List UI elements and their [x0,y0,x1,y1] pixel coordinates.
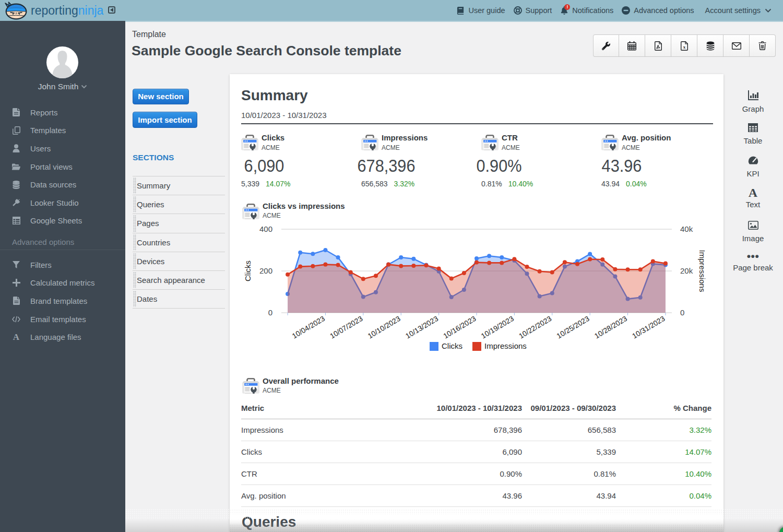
svg-text:10/19/2023: 10/19/2023 [480,314,515,340]
svg-text:Clicks: Clicks [442,341,462,350]
svg-text:Clicks: Clicks [243,261,252,281]
svg-text:10/31/2023: 10/31/2023 [631,314,666,340]
svg-text:10/10/2023: 10/10/2023 [366,314,401,340]
svg-text:10/25/2023: 10/25/2023 [555,314,590,340]
svg-text:Impressions: Impressions [698,250,707,292]
svg-text:0: 0 [680,308,684,317]
svg-text:10/04/2023: 10/04/2023 [291,314,326,340]
svg-text:400: 400 [259,224,272,233]
svg-text:10/16/2023: 10/16/2023 [442,314,477,340]
svg-text:200: 200 [259,266,272,275]
svg-text:x: x [683,44,685,50]
svg-text:0: 0 [268,308,272,317]
svg-text:Impressions: Impressions [484,341,527,350]
svg-text:20k: 20k [680,266,693,275]
svg-text:10/13/2023: 10/13/2023 [404,314,440,340]
svg-text:10/07/2023: 10/07/2023 [328,314,364,340]
svg-text:40k: 40k [680,224,693,233]
svg-text:10/22/2023: 10/22/2023 [517,314,553,340]
svg-text:10/28/2023: 10/28/2023 [593,314,628,340]
